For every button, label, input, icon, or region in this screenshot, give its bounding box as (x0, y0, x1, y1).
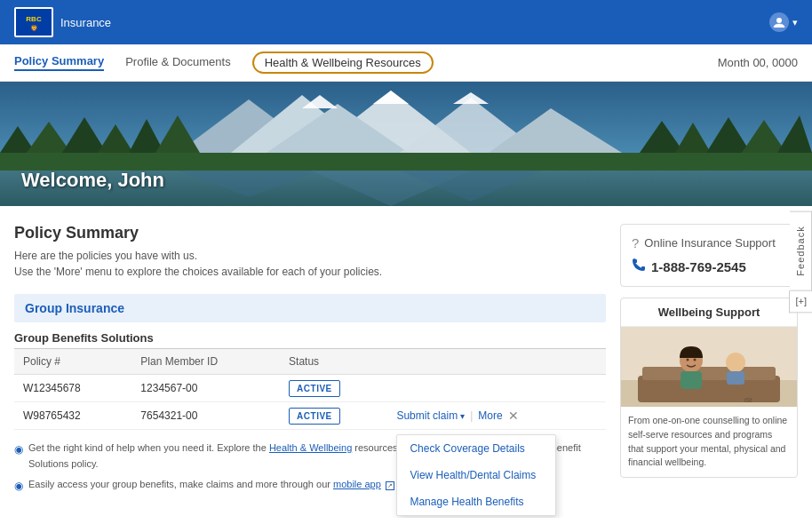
svg-point-38 (726, 353, 745, 372)
question-icon: ? (632, 235, 639, 250)
phone-icon (632, 258, 646, 275)
dropdown-menu: Check Coverage Details View Health/Denta… (396, 434, 556, 516)
status-badge: ACTIVE (289, 380, 340, 397)
member-id: 7654321-00 (131, 402, 280, 430)
col-header-actions (387, 349, 606, 375)
wellbeing-title: Wellbeing Support (621, 298, 797, 327)
main-content: Policy Summary Here are the policies you… (0, 206, 812, 518)
svg-text:iSt: iSt (744, 397, 752, 403)
status-badge: ACTIVE (289, 408, 340, 425)
policy-number: W98765432 (14, 402, 131, 430)
nav-item-policy-summary[interactable]: Policy Summary (14, 54, 104, 71)
col-header-status: Status (280, 349, 387, 375)
svg-point-35 (687, 359, 689, 361)
svg-point-3 (776, 18, 782, 23)
actions-cell: Submit claim ▾ | More ✕ Check Coverage D… (387, 402, 606, 430)
dropdown-item-manage[interactable]: Manage Health Benefits (397, 488, 555, 515)
header: RBC 🦁 Insurance ▾ (0, 0, 812, 44)
status-cell: ACTIVE (280, 402, 387, 430)
left-content: Policy Summary Here are the policies you… (14, 224, 606, 500)
wellbeing-image: iSt (621, 327, 797, 407)
hero-welcome-text: Welcome, John (21, 169, 164, 192)
table-row: W98765432 7654321-00 ACTIVE Submit claim… (14, 402, 606, 430)
table-row: W12345678 1234567-00 ACTIVE (14, 375, 606, 402)
wellbeing-card: Wellbeing Support (620, 298, 798, 478)
policy-number: W12345678 (14, 375, 131, 402)
close-icon[interactable]: ✕ (508, 409, 519, 422)
submit-claim-button[interactable]: Submit claim ▾ (396, 409, 465, 422)
svg-point-36 (694, 359, 697, 361)
nav-item-health-wellbeing[interactable]: Health & Wellbeing Resources (252, 52, 434, 74)
feedback-button[interactable]: Feedback (790, 210, 812, 290)
wellbeing-description: From one-on-one counselling to online se… (621, 407, 797, 477)
expand-button[interactable]: [+] (789, 291, 812, 314)
nav-date: Month 00, 0000 (718, 56, 798, 69)
phone-number: 1-888-769-2545 (651, 259, 746, 274)
svg-text:RBC: RBC (26, 15, 42, 23)
note-text-2: Easily access your group benefits, make … (28, 477, 394, 493)
action-cell: Submit claim ▾ | More ✕ Check Coverage D… (396, 409, 597, 422)
rbc-logo: RBC 🦁 (14, 7, 53, 37)
nav-item-profile-documents[interactable]: Profile & Documents (125, 55, 231, 70)
group-insurance-header: Group Insurance (14, 294, 606, 322)
user-chevron-icon: ▾ (792, 17, 798, 28)
member-id: 1234567-00 (131, 375, 280, 402)
logo-area: RBC 🦁 Insurance (14, 7, 111, 37)
svg-text:🦁: 🦁 (30, 24, 38, 32)
right-sidebar: ? Online Insurance Support 1-888-769-254… (620, 224, 798, 500)
dropdown-item-coverage[interactable]: Check Coverage Details (397, 435, 555, 462)
user-avatar-icon (769, 12, 789, 32)
expand-icon: [+] (795, 297, 807, 307)
dropdown-item-claims[interactable]: View Health/Dental Claims (397, 462, 555, 488)
svg-rect-33 (642, 367, 776, 380)
brand-name: Insurance (60, 16, 111, 29)
svg-rect-37 (681, 371, 702, 389)
support-title-text: Online Insurance Support (644, 236, 775, 250)
support-card: ? Online Insurance Support 1-888-769-254… (620, 224, 798, 287)
policy-description: Here are the policies you have with us. … (14, 248, 606, 280)
feedback-label: Feedback (795, 226, 806, 275)
policy-desc-line1: Here are the policies you have with us. (14, 248, 606, 264)
hero-banner: Welcome, John (0, 82, 812, 206)
feedback-tab: Feedback [+] (789, 210, 812, 313)
col-header-policy: Policy # (14, 349, 131, 375)
mobile-app-link[interactable]: mobile app (333, 479, 381, 489)
svg-rect-39 (727, 371, 744, 385)
support-phone: 1-888-769-2545 (632, 258, 786, 275)
actions-cell (387, 375, 606, 402)
nav-items: Policy Summary Profile & Documents Healt… (14, 52, 718, 74)
health-wellbeing-link[interactable]: Health & Wellbeing (269, 442, 352, 453)
submit-claim-label: Submit claim (396, 409, 458, 422)
more-button[interactable]: More (478, 409, 502, 422)
status-cell: ACTIVE (280, 375, 387, 402)
note-icon-2: ◉ (14, 478, 23, 495)
policy-desc-line2: Use the 'More' menu to explore the choic… (14, 264, 606, 280)
col-header-member: Plan Member ID (131, 349, 280, 375)
user-menu[interactable]: ▾ (769, 12, 798, 32)
note-icon-1: ◉ (14, 441, 23, 458)
external-link-icon: ↗ (386, 481, 394, 490)
policy-summary-title: Policy Summary (14, 224, 606, 242)
nav-bar: Policy Summary Profile & Documents Healt… (0, 44, 812, 82)
policy-table: Policy # Plan Member ID Status W12345678… (14, 349, 606, 430)
submit-claim-chevron-icon: ▾ (460, 411, 465, 421)
group-benefits-subtitle: Group Benefits Solutions (14, 324, 606, 349)
support-card-title: ? Online Insurance Support (632, 235, 786, 250)
